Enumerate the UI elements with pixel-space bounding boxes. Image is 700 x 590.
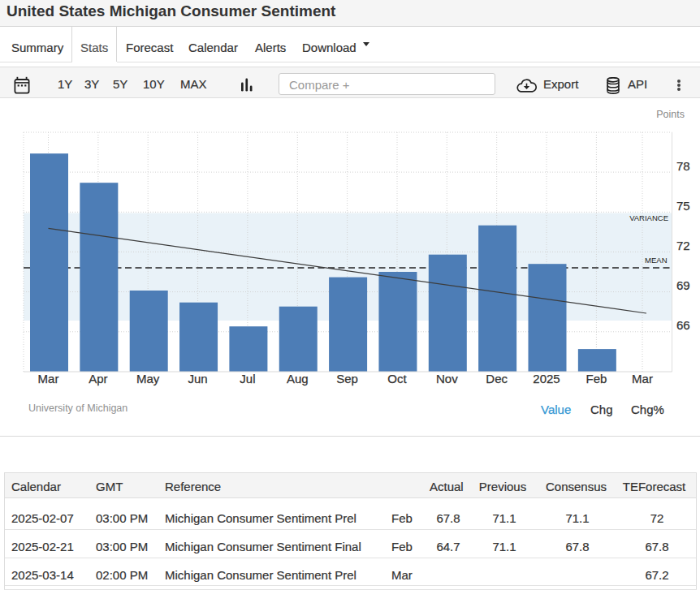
svg-text:Value: Value [541, 403, 571, 416]
svg-text:Aug: Aug [287, 372, 309, 385]
svg-text:Mar: Mar [38, 372, 59, 385]
svg-text:Nov: Nov [436, 372, 458, 385]
svg-text:Apr: Apr [89, 372, 107, 385]
svg-text:Jun: Jun [188, 372, 208, 385]
svg-text:Points: Points [656, 109, 685, 120]
svg-text:MEAN: MEAN [645, 256, 668, 265]
svg-text:University of Michigan: University of Michigan [28, 403, 127, 414]
svg-text:69: 69 [676, 278, 690, 292]
svg-text:VARIANCE: VARIANCE [629, 213, 668, 222]
svg-text:78: 78 [676, 159, 690, 173]
svg-text:May: May [136, 372, 160, 385]
svg-text:Mar: Mar [632, 372, 653, 385]
svg-text:72: 72 [676, 239, 690, 252]
svg-text:Dec: Dec [486, 372, 508, 385]
svg-text:Feb: Feb [585, 372, 607, 385]
svg-text:2025: 2025 [533, 372, 560, 385]
svg-text:Sep: Sep [336, 372, 358, 385]
svg-text:75: 75 [676, 199, 690, 213]
svg-text:Jul: Jul [240, 372, 255, 385]
svg-text:66: 66 [676, 318, 690, 332]
svg-text:Oct: Oct [387, 372, 407, 385]
svg-text:Chg%: Chg% [631, 403, 664, 416]
svg-text:Chg: Chg [590, 403, 613, 416]
